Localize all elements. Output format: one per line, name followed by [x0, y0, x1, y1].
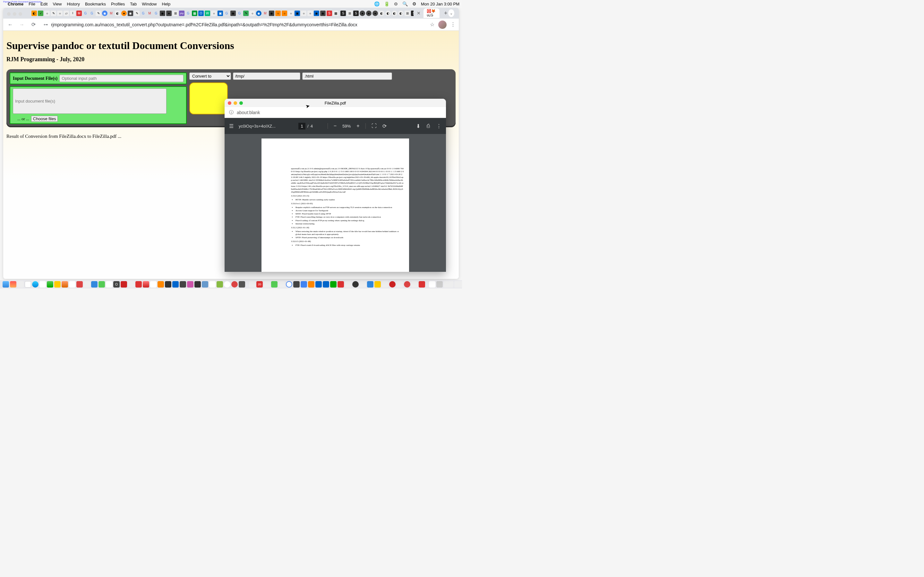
dock-app-icon[interactable]: [330, 281, 336, 287]
tab-favicon[interactable]: ◐: [385, 11, 391, 16]
dock-app-icon[interactable]: [271, 281, 278, 287]
tab-favicon[interactable]: M: [108, 11, 114, 16]
dock-folder-icon[interactable]: [429, 281, 435, 287]
hamburger-icon[interactable]: ☰: [229, 123, 234, 129]
minimize-window-button[interactable]: [13, 12, 16, 16]
dock-app-icon[interactable]: [404, 281, 410, 287]
tab-favicon[interactable]: S: [353, 11, 359, 16]
minimize-window-button[interactable]: [234, 101, 237, 105]
dock-app-icon[interactable]: [224, 281, 230, 287]
dock-app-icon[interactable]: [389, 281, 396, 287]
more-icon[interactable]: ⋮: [436, 123, 441, 129]
dock-app-icon[interactable]: [10, 281, 16, 287]
tab-favicon[interactable]: ✎: [51, 11, 56, 16]
dock-app-icon[interactable]: [84, 281, 90, 287]
dock-app-icon[interactable]: [382, 281, 388, 287]
download-icon[interactable]: ⬇: [416, 123, 420, 129]
fit-page-icon[interactable]: ⛶: [372, 123, 376, 129]
dock-app-icon[interactable]: [239, 281, 245, 287]
dock-app-icon[interactable]: O: [113, 281, 120, 287]
dock-app-icon[interactable]: [397, 281, 403, 287]
new-tab-button[interactable]: +: [443, 10, 448, 17]
dock-app-icon[interactable]: [39, 281, 46, 287]
tab-favicon[interactable]: ⟐: [44, 11, 50, 16]
tab-favicon[interactable]: ✎: [134, 11, 140, 16]
tab-favicon[interactable]: ●: [121, 11, 127, 16]
rotate-icon[interactable]: ⟳: [383, 123, 387, 129]
tab-favicon[interactable]: ▱: [63, 11, 69, 16]
tab-favicon[interactable]: ●: [366, 11, 372, 16]
maximize-window-button[interactable]: [239, 101, 243, 105]
dock-app-icon[interactable]: [143, 281, 149, 287]
dock-app-icon[interactable]: 20: [256, 281, 263, 287]
tab-favicon[interactable]: ✎: [243, 11, 249, 16]
pdf-titlebar[interactable]: FileZilla.pdf: [225, 99, 446, 107]
dock-folder-icon[interactable]: [436, 281, 443, 287]
tabs-dropdown-icon[interactable]: ⌄: [448, 9, 454, 17]
tab-favicon[interactable]: M: [262, 11, 268, 16]
tab-favicon[interactable]: ⟐: [57, 11, 63, 16]
menu-tab[interactable]: Tab: [130, 2, 137, 6]
menu-help[interactable]: Help: [162, 2, 171, 6]
tab-favicon[interactable]: ◉: [269, 11, 274, 16]
tab-favicon[interactable]: ●: [373, 11, 378, 16]
tab-favicon[interactable]: ✎: [95, 11, 101, 16]
tab-favicon[interactable]: ▣: [294, 11, 300, 16]
dock-app-icon[interactable]: [61, 281, 68, 287]
dock-app-icon[interactable]: [367, 281, 373, 287]
dock-app-icon[interactable]: [293, 281, 300, 287]
tab-favicon[interactable]: ◐: [398, 11, 404, 16]
optional-path-input[interactable]: [59, 75, 184, 82]
dock-app-icon[interactable]: [194, 281, 201, 287]
dock-folder-icon[interactable]: [454, 281, 462, 287]
dock-app-icon[interactable]: [278, 281, 285, 287]
tab-favicon[interactable]: G: [83, 11, 88, 16]
dock-app-icon[interactable]: [180, 281, 186, 287]
convert-to-select[interactable]: Convert to: [189, 73, 231, 80]
tab-favicon[interactable]: ⊞: [173, 11, 178, 16]
chrome-menu-icon[interactable]: ⋮: [451, 21, 456, 27]
zoom-in-icon[interactable]: +: [357, 123, 359, 129]
tab-favicon[interactable]: ◐: [115, 11, 120, 16]
close-window-button[interactable]: [228, 101, 231, 105]
tab-favicon[interactable]: ◉: [314, 11, 319, 16]
tab-favicon[interactable]: M: [76, 11, 82, 16]
tab-favicon[interactable]: G: [153, 11, 159, 16]
dock-app-icon[interactable]: [338, 281, 344, 287]
dock-app-icon[interactable]: [99, 281, 105, 287]
pdf-content-area[interactable]: sparestaff.com.au 21 0 0 admin@sparestaf…: [225, 134, 446, 272]
dock-app-icon[interactable]: [308, 281, 314, 287]
dock-app-icon[interactable]: [121, 281, 127, 287]
dock-app-icon[interactable]: [32, 281, 39, 287]
menu-history[interactable]: History: [67, 2, 79, 6]
globe-icon[interactable]: 🌐: [374, 1, 380, 6]
site-settings-icon[interactable]: ⊶: [44, 22, 48, 27]
dock-folder-icon[interactable]: [444, 281, 453, 287]
dock-app-icon[interactable]: [150, 281, 157, 287]
dock-app-icon[interactable]: [187, 281, 194, 287]
tab-close-icon[interactable]: ✕: [417, 11, 421, 16]
menu-window[interactable]: Window: [142, 2, 157, 6]
tab-favicon[interactable]: G: [224, 11, 229, 16]
active-tab[interactable]: 🅾️🦊ᴜʟG: [423, 8, 439, 18]
tab-favicon[interactable]: M: [147, 11, 152, 16]
zoom-out-icon[interactable]: −: [334, 123, 336, 129]
tab-favicon[interactable]: S: [341, 11, 346, 16]
tab-favicon[interactable]: ⊞: [405, 11, 410, 16]
url-bar[interactable]: ⊶ rjmprogramming.com.au/macos_textutil_c…: [41, 22, 426, 27]
dock-app-icon[interactable]: [69, 281, 75, 287]
tab-favicon[interactable]: G: [186, 11, 191, 16]
forward-button[interactable]: →: [18, 22, 26, 27]
info-icon[interactable]: ⓘ: [229, 110, 234, 115]
dock-app-icon[interactable]: [323, 281, 329, 287]
tab-favicon[interactable]: ✓: [38, 11, 43, 16]
dock-app-icon[interactable]: [91, 281, 97, 287]
tab-favicon[interactable]: ◐: [31, 11, 37, 16]
dock-app-icon[interactable]: [411, 281, 418, 287]
dock-app-icon[interactable]: [231, 281, 238, 287]
current-page-input[interactable]: [298, 123, 305, 129]
dock-app-icon[interactable]: [352, 281, 359, 287]
dock-app-icon[interactable]: [419, 281, 425, 287]
tab-favicon[interactable]: ◉: [160, 11, 165, 16]
clock[interactable]: Mon 20 Jan 3:00 PM: [421, 2, 459, 6]
